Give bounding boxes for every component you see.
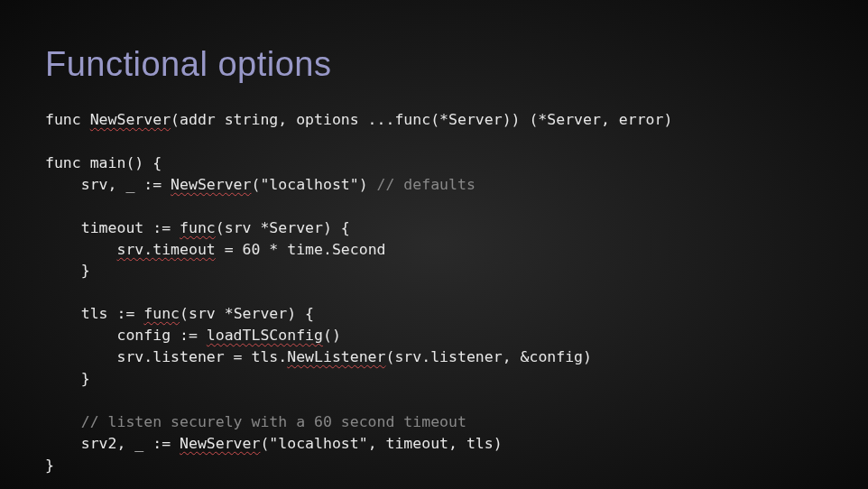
slide-container: Functional options func NewServer(addr s… xyxy=(0,0,868,476)
code-line-16: srv2, _ := NewServer("localhost", timeou… xyxy=(45,435,503,452)
code-line-4: srv, _ := NewServer("localhost") // defa… xyxy=(45,176,476,193)
code-line-6: timeout := func(srv *Server) { xyxy=(45,219,350,236)
code-line-3: func main() { xyxy=(45,154,162,171)
code-line-1: func NewServer(addr string, options ...f… xyxy=(45,111,672,128)
code-line-7: srv.timeout = 60 * time.Second xyxy=(45,241,386,258)
code-line-8: } xyxy=(45,262,90,279)
code-line-13: } xyxy=(45,370,90,387)
code-line-17: } xyxy=(45,457,54,474)
code-line-12: srv.listener = tls.NewListener(srv.liste… xyxy=(45,348,592,365)
code-line-15: // listen securely with a 60 second time… xyxy=(45,413,466,430)
code-line-10: tls := func(srv *Server) { xyxy=(45,305,314,322)
code-block: func NewServer(addr string, options ...f… xyxy=(45,109,823,476)
code-line-11: config := loadTLSConfig() xyxy=(45,327,341,344)
slide-title: Functional options xyxy=(45,45,823,84)
